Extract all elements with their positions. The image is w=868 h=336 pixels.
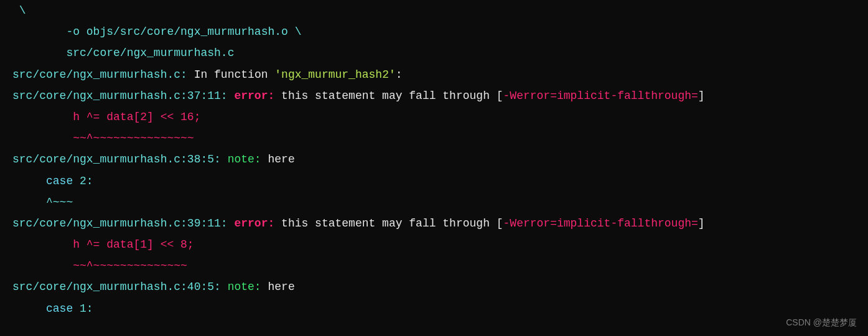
error-message: this statement may fall through [ bbox=[281, 90, 503, 102]
compile-line-0: \ bbox=[12, 0, 856, 21]
warning-flag: -Werror=implicit-fallthrough= bbox=[503, 90, 698, 102]
text-span: -o objs/src/core/ngx_murmurhash.o \ bbox=[12, 26, 301, 38]
text-span: : bbox=[396, 68, 403, 81]
diagnostic-context: src/core/ngx_murmurhash.c: In function '… bbox=[12, 64, 856, 85]
case-value: 2: bbox=[73, 175, 93, 187]
case-value: 1: bbox=[73, 302, 93, 315]
error-message: this statement may fall through [ bbox=[281, 217, 503, 230]
note-line-2: src/core/ngx_murmurhash.c:40:5: note: he… bbox=[12, 276, 856, 297]
error-line-2: src/core/ngx_murmurhash.c:39:11: error: … bbox=[12, 213, 856, 234]
warning-flag: -Werror=implicit-fallthrough= bbox=[503, 217, 698, 230]
keyword-case: case bbox=[12, 175, 73, 187]
keyword-case: case bbox=[12, 302, 73, 315]
file-ref: src/core/ngx_murmurhash.c: bbox=[12, 68, 187, 81]
caret-underline-1: ~~^~~~~~~~~~~~~~~~ bbox=[12, 128, 856, 149]
file-location: src/core/ngx_murmurhash.c:40:5: bbox=[12, 281, 221, 293]
terminal-output: \ -o objs/src/core/ngx_murmurhash.o \ sr… bbox=[12, 0, 856, 319]
note-message: here bbox=[268, 281, 294, 293]
watermark-text: CSDN @楚楚梦厦 bbox=[786, 314, 857, 331]
source-snippet-case1: case 1: bbox=[12, 298, 856, 319]
error-line-1: src/core/ngx_murmurhash.c:37:11: error: … bbox=[12, 85, 856, 106]
text-span: ] bbox=[698, 217, 705, 230]
file-location: src/core/ngx_murmurhash.c:37:11: bbox=[12, 90, 228, 102]
source-snippet-1: h ^= data[2] << 16; bbox=[12, 106, 856, 128]
source-code: h ^= data[1] << 8; bbox=[12, 238, 194, 251]
file-location: src/core/ngx_murmurhash.c:39:11: bbox=[12, 217, 228, 230]
note-line-1: src/core/ngx_murmurhash.c:38:5: note: he… bbox=[12, 149, 856, 170]
source-snippet-case2: case 2: bbox=[12, 170, 856, 192]
note-label: note: bbox=[221, 281, 268, 293]
error-label: error: bbox=[228, 217, 281, 230]
caret-marker: ^~~~ bbox=[12, 196, 73, 208]
text-span: In function bbox=[187, 68, 274, 81]
compile-line-1: -o objs/src/core/ngx_murmurhash.o \ bbox=[12, 21, 856, 42]
caret-marker: ~~^~~~~~~~~~~~~~~~ bbox=[12, 132, 194, 144]
compile-line-2: src/core/ngx_murmurhash.c bbox=[12, 42, 856, 63]
note-label: note: bbox=[221, 153, 268, 166]
text-span: ] bbox=[698, 90, 705, 102]
caret-underline-2: ~~^~~~~~~~~~~~~~~ bbox=[12, 255, 856, 276]
file-location: src/core/ngx_murmurhash.c:38:5: bbox=[12, 153, 221, 166]
caret-marker: ~~^~~~~~~~~~~~~~~ bbox=[12, 259, 187, 272]
text-span: src/core/ngx_murmurhash.c bbox=[12, 47, 234, 59]
function-name: 'ngx_murmur_hash2' bbox=[274, 68, 395, 81]
source-snippet-2: h ^= data[1] << 8; bbox=[12, 234, 856, 255]
error-label: error: bbox=[228, 90, 281, 102]
text-span: \ bbox=[12, 4, 26, 17]
note-message: here bbox=[268, 153, 294, 166]
caret-underline-case2: ^~~~ bbox=[12, 192, 856, 213]
source-code: h ^= data[2] << 16; bbox=[12, 111, 200, 123]
